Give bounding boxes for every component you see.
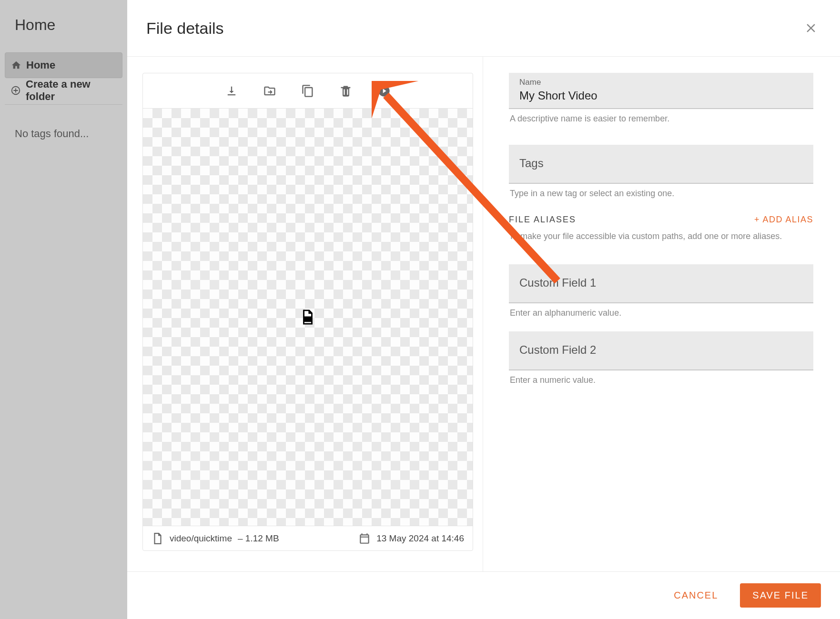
cf2-label: Custom Field 2 (519, 343, 596, 357)
home-icon (11, 60, 21, 70)
modal-title: File details (146, 19, 224, 38)
move-icon[interactable] (263, 84, 276, 98)
name-input-wrap[interactable]: Name (509, 73, 813, 109)
calendar-icon (358, 532, 371, 545)
name-helper: A descriptive name is easier to remember… (509, 114, 813, 124)
bg-nav-create-label: Create a new folder (26, 78, 117, 103)
cancel-button[interactable]: CANCEL (665, 583, 727, 608)
form-column: Name A descriptive name is easier to rem… (483, 57, 840, 571)
file-icon (152, 532, 164, 545)
name-input[interactable] (519, 89, 803, 102)
cf1-label: Custom Field 1 (519, 276, 596, 290)
preview-mime: video/quicktime (170, 533, 232, 544)
delete-icon[interactable] (339, 84, 353, 98)
tags-input-wrap[interactable]: Tags (509, 145, 813, 184)
tags-label: Tags (519, 157, 544, 170)
preview-area (143, 109, 473, 526)
bg-nav-create: Create a new folder (5, 79, 122, 105)
preview-footer: video/quicktime 1.12 MB 13 May 2024 at 1… (143, 526, 473, 550)
modal-body: video/quicktime 1.12 MB 13 May 2024 at 1… (127, 57, 840, 571)
bg-no-tags-text: No tags found... (15, 128, 89, 140)
bg-page-title: Home (15, 16, 55, 34)
close-icon[interactable] (804, 21, 818, 35)
cf2-helper: Enter a numeric value. (509, 375, 813, 385)
aliases-helper: To make your file accessible via custom … (509, 231, 813, 241)
cf1-helper: Enter an alphanumeric value. (509, 308, 813, 318)
add-alias-button[interactable]: + ADD ALIAS (754, 215, 813, 225)
aliases-header: FILE ALIASES + ADD ALIAS (509, 215, 813, 225)
preview-column: video/quicktime 1.12 MB 13 May 2024 at 1… (127, 57, 483, 571)
cf1-input-wrap[interactable]: Custom Field 1 (509, 264, 813, 303)
tags-field: Tags Type in a new tag or select an exis… (509, 145, 813, 199)
copy-icon[interactable] (301, 84, 314, 98)
preview-size: 1.12 MB (238, 533, 279, 544)
preview-card: video/quicktime 1.12 MB 13 May 2024 at 1… (142, 73, 473, 551)
modal-header: File details (127, 0, 840, 57)
cf2-input-wrap[interactable]: Custom Field 2 (509, 331, 813, 370)
download-icon[interactable] (225, 84, 238, 98)
name-label: Name (519, 78, 803, 87)
modal-footer: CANCEL SAVE FILE (127, 571, 840, 619)
file-details-modal: File details video/quicktime (127, 0, 840, 619)
tags-helper: Type in a new tag or select an existing … (509, 189, 813, 199)
save-file-button[interactable]: SAVE FILE (740, 583, 821, 608)
add-circle-icon (10, 85, 21, 96)
file-document-icon (300, 309, 316, 325)
custom-field-2: Custom Field 2 Enter a numeric value. (509, 331, 813, 385)
preview-file-info: video/quicktime 1.12 MB (152, 532, 279, 545)
play-icon[interactable] (377, 84, 391, 98)
preview-date: 13 May 2024 at 14:46 (376, 533, 464, 544)
preview-toolbar (143, 73, 473, 109)
name-field: Name A descriptive name is easier to rem… (509, 73, 813, 124)
preview-date-info: 13 May 2024 at 14:46 (358, 532, 464, 545)
background-sidebar: Home Home Create a new folder No tags fo… (0, 0, 127, 619)
bg-nav-home-label: Home (26, 59, 55, 71)
custom-field-1: Custom Field 1 Enter an alphanumeric val… (509, 264, 813, 318)
bg-nav: Home Create a new folder (5, 52, 122, 105)
aliases-title: FILE ALIASES (509, 215, 576, 225)
bg-nav-home: Home (5, 52, 122, 78)
